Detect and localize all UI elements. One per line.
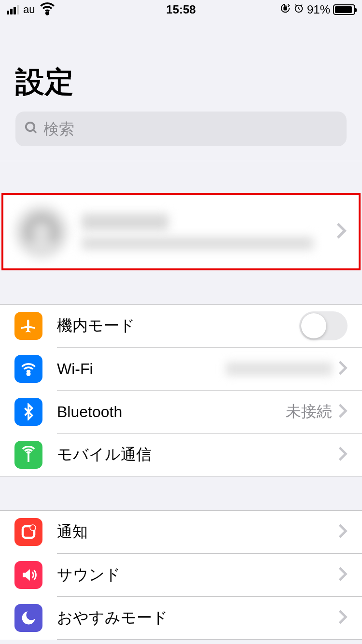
moon-icon xyxy=(14,604,42,632)
notifications-row[interactable]: 通知 xyxy=(0,511,362,553)
chevron-right-icon xyxy=(338,446,348,463)
svg-point-4 xyxy=(27,373,29,375)
search-icon xyxy=(24,121,39,137)
sounds-label: サウンド xyxy=(57,564,338,586)
dnd-label: おやすみモード xyxy=(57,607,338,629)
wifi-label: Wi-Fi xyxy=(57,360,226,378)
chevron-right-icon xyxy=(335,222,347,241)
do-not-disturb-row[interactable]: おやすみモード xyxy=(0,597,362,639)
wifi-status-icon xyxy=(39,0,56,20)
notifications-icon xyxy=(14,518,42,546)
chevron-right-icon xyxy=(338,403,348,420)
airplane-mode-toggle[interactable] xyxy=(299,311,348,340)
svg-point-0 xyxy=(46,12,49,14)
svg-point-3 xyxy=(26,123,35,131)
carrier-label: au xyxy=(23,3,35,16)
apple-id-row[interactable] xyxy=(1,193,361,270)
account-subtitle-redacted xyxy=(82,237,313,250)
wifi-value-redacted xyxy=(226,362,332,376)
orientation-lock-icon xyxy=(280,3,291,16)
chevron-right-icon xyxy=(338,566,348,584)
cellular-label: モバイル通信 xyxy=(57,444,338,465)
status-bar: au 15:58 91% xyxy=(0,0,362,19)
bluetooth-value: 未接続 xyxy=(286,401,332,422)
status-time: 15:58 xyxy=(166,3,195,16)
bluetooth-icon xyxy=(14,398,42,426)
sounds-icon xyxy=(14,561,42,589)
battery-percent: 91% xyxy=(307,3,330,16)
alarm-icon xyxy=(293,3,304,16)
airplane-mode-label: 機内モード xyxy=(57,315,299,336)
avatar xyxy=(15,205,68,258)
search-field[interactable] xyxy=(15,112,347,146)
svg-point-6 xyxy=(30,525,36,531)
chevron-right-icon xyxy=(338,360,348,378)
chevron-right-icon xyxy=(338,609,348,627)
page-header: 設定 xyxy=(0,19,362,112)
bluetooth-row[interactable]: Bluetooth 未接続 xyxy=(0,391,362,433)
notifications-label: 通知 xyxy=(57,521,338,543)
wifi-icon xyxy=(14,355,42,383)
page-title: 設定 xyxy=(15,63,347,102)
battery-icon xyxy=(333,4,355,15)
sounds-row[interactable]: サウンド xyxy=(0,554,362,596)
search-input[interactable] xyxy=(43,120,338,138)
airplane-mode-row[interactable]: 機内モード xyxy=(0,305,362,347)
account-name-redacted xyxy=(82,214,168,230)
cellular-signal-icon xyxy=(7,5,19,14)
cellular-icon xyxy=(14,441,42,469)
cellular-row[interactable]: モバイル通信 xyxy=(0,434,362,476)
svg-rect-1 xyxy=(284,7,287,10)
bluetooth-label: Bluetooth xyxy=(57,403,286,421)
wifi-row[interactable]: Wi-Fi xyxy=(0,348,362,390)
chevron-right-icon xyxy=(338,523,348,541)
airplane-icon xyxy=(14,312,42,340)
